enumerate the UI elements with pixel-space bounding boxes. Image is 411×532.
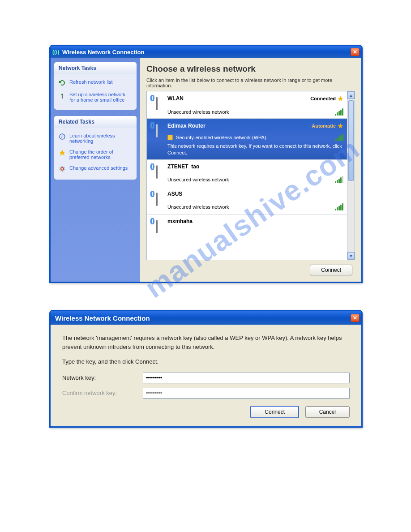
network-key-dialog: Wireless Network Connection ✕ The networ… xyxy=(49,310,363,428)
info-icon: i xyxy=(59,133,66,140)
network-name: ZTENET_tao xyxy=(167,163,199,170)
network-status: Connected ★ xyxy=(310,95,343,102)
task-label: Change the order of preferred networks xyxy=(69,149,132,160)
panel-heading: Network Tasks xyxy=(54,62,137,74)
refresh-network-list-task[interactable]: Refresh network list xyxy=(59,77,132,89)
signal-antenna-icon xyxy=(150,163,164,184)
network-item-edimax[interactable]: Edimax Router Automatic ★ Security- xyxy=(147,119,347,160)
lock-icon xyxy=(167,135,173,140)
wireless-icon: ((i)) xyxy=(52,48,60,56)
learn-wireless-task[interactable]: i Learn about wireless networking xyxy=(59,130,132,146)
network-name: WLAN xyxy=(167,95,184,102)
signal-bars-icon xyxy=(335,203,343,210)
network-security-row: Security-enabled wireless network (WPA) xyxy=(167,134,343,140)
network-item-ztenet[interactable]: ZTENET_tao Unsecured wireless network xyxy=(147,160,347,187)
wireless-connection-window: ((i)) Wireless Network Connection ✕ Netw… xyxy=(49,45,363,283)
change-advanced-task[interactable]: Change advanced settings xyxy=(59,163,132,175)
scrollbar[interactable]: ▲ ▼ xyxy=(347,91,355,260)
main-content: Choose a wireless network Click an item … xyxy=(140,58,361,282)
title-bar[interactable]: Wireless Network Connection ✕ xyxy=(51,311,361,325)
svg-point-6 xyxy=(61,167,64,170)
refresh-icon xyxy=(59,79,66,86)
svg-point-1 xyxy=(61,94,63,95)
network-name: mxmhaha xyxy=(167,218,193,224)
setup-network-task[interactable]: Set up a wireless network for a home or … xyxy=(59,89,132,105)
connect-button[interactable]: Connect xyxy=(250,406,299,418)
svg-text:((i)): ((i)) xyxy=(52,49,60,55)
confirm-key-input[interactable] xyxy=(143,388,350,399)
signal-antenna-icon xyxy=(150,191,164,211)
main-instruction: Click an item in the list below to conne… xyxy=(146,77,355,88)
antenna-icon xyxy=(59,92,66,99)
network-message: This network requires a network key. If … xyxy=(167,143,343,157)
signal-antenna-icon xyxy=(150,218,164,227)
dialog-title: Wireless Network Connection xyxy=(52,314,351,322)
window-title: Wireless Network Connection xyxy=(62,49,351,56)
network-item-mxmhaha[interactable]: mxmhaha xyxy=(147,215,347,227)
favorite-star-icon: ★ xyxy=(338,95,343,102)
scroll-thumb[interactable] xyxy=(348,100,354,181)
network-name: ASUS xyxy=(167,191,182,197)
dialog-message: The network 'management' requires a netw… xyxy=(62,334,350,351)
signal-antenna-icon xyxy=(150,95,164,116)
task-label: Change advanced settings xyxy=(69,165,128,172)
network-security-desc: Unsecured wireless network xyxy=(167,204,229,210)
scroll-up-button[interactable]: ▲ xyxy=(347,91,355,99)
svg-marker-5 xyxy=(59,150,65,156)
network-status: Automatic ★ xyxy=(312,122,343,129)
title-bar[interactable]: ((i)) Wireless Network Connection ✕ xyxy=(51,46,361,58)
related-tasks-panel: Related Tasks i Learn about wireless net… xyxy=(54,116,137,180)
signal-bars-icon xyxy=(335,134,343,141)
network-key-input[interactable] xyxy=(143,373,350,383)
network-tasks-panel: Network Tasks Refresh network list xyxy=(54,62,137,110)
main-heading: Choose a wireless network xyxy=(146,64,355,74)
settings-icon xyxy=(59,165,66,172)
network-list: WLAN Connected ★ Unsecured wireless netw… xyxy=(146,91,355,260)
confirm-key-label: Confirm network key: xyxy=(62,390,143,396)
task-label: Learn about wireless networking xyxy=(69,133,132,144)
connect-button[interactable]: Connect xyxy=(310,265,352,275)
task-label: Set up a wireless network for a home or … xyxy=(69,92,132,103)
signal-bars-icon xyxy=(335,108,343,116)
network-name: Edimax Router xyxy=(167,123,206,129)
network-security-desc: Unsecured wireless network xyxy=(167,109,229,115)
scroll-down-button[interactable]: ▼ xyxy=(347,252,355,260)
change-order-task[interactable]: Change the order of preferred networks xyxy=(59,146,132,163)
favorite-star-icon: ★ xyxy=(338,122,343,129)
signal-bars-icon xyxy=(335,176,343,183)
close-button[interactable]: ✕ xyxy=(351,48,360,56)
task-label: Refresh network list xyxy=(69,79,113,86)
svg-point-7 xyxy=(60,166,65,172)
network-item-asus[interactable]: ASUS Unsecured wireless network xyxy=(147,187,347,215)
network-item-wlan[interactable]: WLAN Connected ★ Unsecured wireless netw… xyxy=(147,91,347,119)
star-icon xyxy=(59,149,66,156)
panel-heading: Related Tasks xyxy=(54,116,137,128)
network-security-desc: Unsecured wireless network xyxy=(167,177,229,182)
network-key-label: Network key: xyxy=(62,374,143,381)
cancel-button[interactable]: Cancel xyxy=(305,406,350,418)
close-button[interactable]: ✕ xyxy=(351,314,360,322)
sidebar: Network Tasks Refresh network list xyxy=(51,58,140,282)
signal-antenna-icon xyxy=(150,122,164,143)
dialog-instruction: Type the key, and then click Connect. xyxy=(62,357,350,366)
svg-text:i: i xyxy=(61,134,63,139)
